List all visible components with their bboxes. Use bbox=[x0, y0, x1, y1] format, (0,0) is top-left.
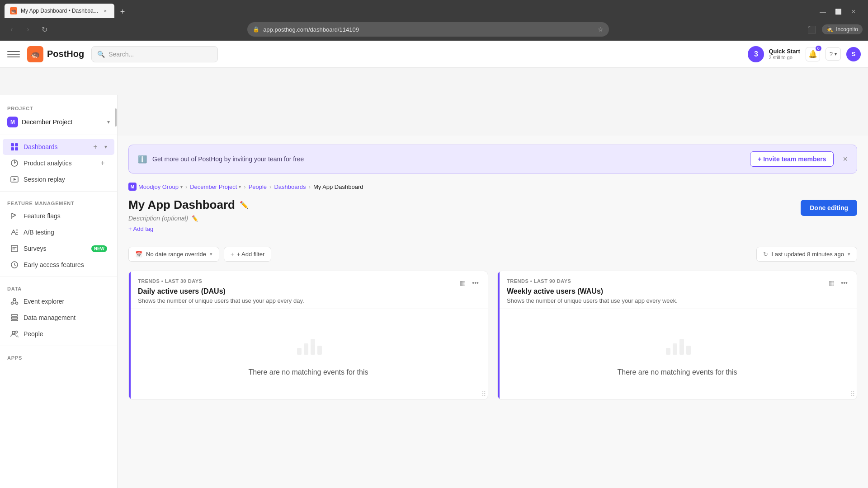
info-icon: ℹ️ bbox=[138, 155, 147, 164]
window-close-button[interactable]: × bbox=[847, 5, 860, 18]
dashboard-description: Description (optional) bbox=[128, 215, 188, 222]
window-minimize-button[interactable]: — bbox=[816, 5, 829, 18]
window-maximize-button[interactable]: ⬜ bbox=[832, 5, 844, 18]
session-replay-icon bbox=[10, 175, 19, 184]
sidebar-item-people[interactable]: People bbox=[3, 326, 114, 342]
card-2-title: Weekly active users (WAUs) bbox=[507, 287, 678, 296]
top-nav-right: 3 Quick Start 3 still to go 🔔 0 ? ▾ S bbox=[748, 46, 861, 62]
dashboard-toolbar: 📅 No date range override ▾ + + Add filte… bbox=[128, 247, 857, 262]
card-2-body: There are no matching events for this ⠿ bbox=[498, 309, 857, 399]
breadcrumb-moodjoy[interactable]: M Moodjoy Group ▾ bbox=[128, 183, 183, 191]
card-2-empty-text: There are no matching events for this bbox=[617, 368, 737, 376]
last-updated-label: Last updated 8 minutes ago bbox=[772, 251, 844, 258]
card-1-resize-handle[interactable]: ⠿ bbox=[481, 390, 486, 398]
help-icon: ? bbox=[830, 51, 833, 57]
add-tag-label: + Add tag bbox=[128, 225, 153, 232]
card-2-more-button[interactable]: ••• bbox=[839, 278, 849, 287]
tab-close-button[interactable]: × bbox=[102, 7, 109, 14]
sidebar-surveys-label: Surveys bbox=[24, 245, 87, 252]
invite-team-members-button[interactable]: + Invite team members bbox=[750, 151, 834, 167]
tab-title: My App Dashboard • Dashboa... bbox=[21, 8, 98, 14]
svg-rect-23 bbox=[666, 348, 670, 355]
card-2-resize-handle[interactable]: ⠿ bbox=[850, 390, 855, 398]
surveys-icon bbox=[10, 244, 19, 253]
url-text: app.posthog.com/dashboard/114109 bbox=[263, 26, 359, 33]
banner-close-button[interactable]: × bbox=[843, 155, 848, 164]
hamburger-menu[interactable] bbox=[7, 48, 20, 61]
svg-rect-16 bbox=[11, 320, 18, 321]
new-tab-button[interactable]: + bbox=[116, 5, 129, 18]
sidebar-item-session-replay[interactable]: Session replay bbox=[3, 171, 114, 188]
product-analytics-icon bbox=[10, 159, 19, 168]
notifications-button[interactable]: 🔔 0 bbox=[806, 47, 820, 61]
svg-point-13 bbox=[16, 302, 18, 305]
last-updated[interactable]: ↻ Last updated 8 minutes ago ▾ bbox=[756, 247, 857, 262]
reload-button[interactable]: ↻ bbox=[38, 23, 51, 36]
quick-start-circle: 3 bbox=[748, 46, 764, 62]
breadcrumb: M Moodjoy Group ▾ › December Project ▾ ›… bbox=[128, 183, 857, 191]
svg-point-12 bbox=[11, 302, 14, 305]
date-range-filter[interactable]: 📅 No date range override ▾ bbox=[128, 247, 219, 262]
tab-favicon: 🦔 bbox=[10, 7, 17, 14]
card-1-body: There are no matching events for this ⠿ bbox=[129, 309, 488, 399]
svg-rect-14 bbox=[11, 314, 18, 316]
done-editing-button[interactable]: Done editing bbox=[801, 200, 857, 216]
sidebar: PROJECT M December Project ▾ Dashboards … bbox=[0, 95, 118, 488]
add-analytics-button[interactable]: + bbox=[98, 159, 107, 168]
card-dau: TRENDS • LAST 30 DAYS Daily active users… bbox=[128, 271, 488, 400]
browser-tab[interactable]: 🦔 My App Dashboard • Dashboa... × bbox=[5, 4, 114, 18]
event-explorer-icon bbox=[10, 297, 19, 306]
help-button[interactable]: ? ▾ bbox=[826, 47, 841, 61]
breadcrumb-people[interactable]: People bbox=[249, 183, 267, 190]
bell-icon: 🔔 bbox=[808, 50, 817, 58]
quick-start[interactable]: 3 Quick Start 3 still to go bbox=[748, 46, 800, 62]
edit-title-icon[interactable]: ✏️ bbox=[240, 201, 249, 209]
card-1-table-view-button[interactable]: ▦ bbox=[458, 278, 467, 287]
card-2-description: Shows the number of unique users that us… bbox=[507, 297, 678, 304]
dashboard-header: My App Dashboard ✏️ Description (optiona… bbox=[128, 198, 249, 232]
project-selector[interactable]: M December Project ▾ bbox=[0, 113, 117, 131]
logo[interactable]: 🦔 PostHog bbox=[27, 46, 84, 62]
add-tag-button[interactable]: + Add tag bbox=[128, 225, 249, 232]
lock-icon: 🔒 bbox=[253, 26, 259, 33]
last-updated-chevron: ▾ bbox=[848, 251, 850, 257]
sidebar-item-surveys[interactable]: Surveys NEW bbox=[3, 240, 114, 257]
edit-description-icon[interactable]: ✏️ bbox=[191, 215, 198, 222]
incognito-badge: 🕵 Incognito bbox=[822, 24, 863, 34]
card-1-empty-text: There are no matching events for this bbox=[248, 368, 368, 376]
project-chevron-icon: ▾ bbox=[107, 119, 110, 125]
dashboards-chevron-icon: ▾ bbox=[104, 144, 107, 150]
sidebar-item-early-access[interactable]: Early access features bbox=[3, 257, 114, 273]
bookmark-icon[interactable]: ☆ bbox=[598, 26, 604, 33]
sidebar-item-dashboards[interactable]: Dashboards + ▾ bbox=[3, 139, 114, 155]
add-dashboard-button[interactable]: + bbox=[91, 142, 100, 151]
forward-button[interactable]: › bbox=[22, 23, 34, 36]
card-2-table-view-button[interactable]: ▦ bbox=[827, 278, 836, 287]
sidebar-item-data-management[interactable]: Data management bbox=[3, 310, 114, 326]
breadcrumb-separator-4: › bbox=[309, 183, 311, 190]
svg-rect-15 bbox=[11, 317, 18, 319]
card-1-more-button[interactable]: ••• bbox=[470, 278, 481, 287]
add-filter-button[interactable]: + + Add filter bbox=[224, 247, 271, 262]
breadcrumb-dashboards[interactable]: Dashboards bbox=[274, 183, 306, 190]
card-wau: TRENDS • LAST 90 DAYS Weekly active user… bbox=[497, 271, 857, 400]
feature-section-label: FEATURE MANAGEMENT bbox=[0, 195, 117, 208]
search-bar[interactable]: 🔍 Search... bbox=[91, 46, 218, 62]
svg-marker-8 bbox=[14, 178, 16, 181]
sidebar-item-event-explorer[interactable]: Event explorer bbox=[3, 293, 114, 310]
sidebar-item-ab-testing[interactable]: A/B testing bbox=[3, 224, 114, 240]
sidebar-item-feature-flags[interactable]: Feature flags bbox=[3, 208, 114, 224]
pip-button[interactable]: ⬛ bbox=[806, 23, 818, 36]
sidebar-early-access-label: Early access features bbox=[24, 261, 107, 268]
sidebar-item-product-analytics[interactable]: Product analytics + bbox=[3, 155, 114, 171]
breadcrumb-december-project[interactable]: December Project ▾ bbox=[190, 183, 241, 190]
project-name: December Project bbox=[22, 118, 104, 126]
back-button[interactable]: ‹ bbox=[5, 23, 18, 36]
breadcrumb-separator-1: › bbox=[185, 183, 187, 190]
address-bar[interactable]: 🔒 app.posthog.com/dashboard/114109 ☆ bbox=[247, 22, 609, 37]
logo-text: PostHog bbox=[47, 49, 84, 59]
avatar[interactable]: S bbox=[846, 47, 861, 61]
date-filter-label: No date range override bbox=[146, 251, 206, 258]
breadcrumb-current: My App Dashboard bbox=[313, 183, 363, 190]
data-management-icon bbox=[10, 313, 19, 322]
